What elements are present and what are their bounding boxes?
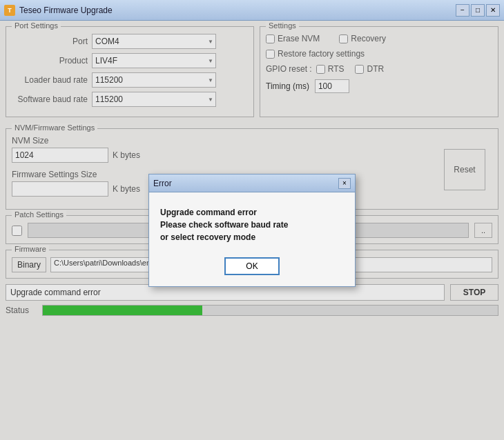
dialog-message: Upgrade command error Please check softw…	[160, 206, 344, 243]
ok-button[interactable]: OK	[224, 257, 280, 275]
error-dialog: Error × Upgrade command error Please che…	[148, 174, 356, 287]
modal-overlay: Error × Upgrade command error Please che…	[0, 21, 504, 440]
minimize-button[interactable]: −	[456, 4, 469, 17]
title-buttons: − □ ✕	[456, 4, 500, 17]
main-content: Port Settings Port COM4 Product LIV4F	[0, 21, 504, 440]
dialog-title-bar: Error ×	[149, 174, 355, 192]
window-title: Teseo Firmware Upgrade	[19, 6, 113, 15]
app-icon: T	[4, 5, 15, 16]
dialog-close-button[interactable]: ×	[338, 178, 351, 189]
dialog-body: Upgrade command error Please check softw…	[149, 192, 355, 286]
title-bar-left: T Teseo Firmware Upgrade	[4, 5, 113, 16]
close-button[interactable]: ✕	[486, 4, 500, 17]
dialog-title-text: Error	[153, 179, 172, 188]
maximize-button[interactable]: □	[471, 4, 485, 17]
title-bar: T Teseo Firmware Upgrade − □ ✕	[0, 0, 504, 21]
dialog-buttons: OK	[160, 257, 344, 275]
